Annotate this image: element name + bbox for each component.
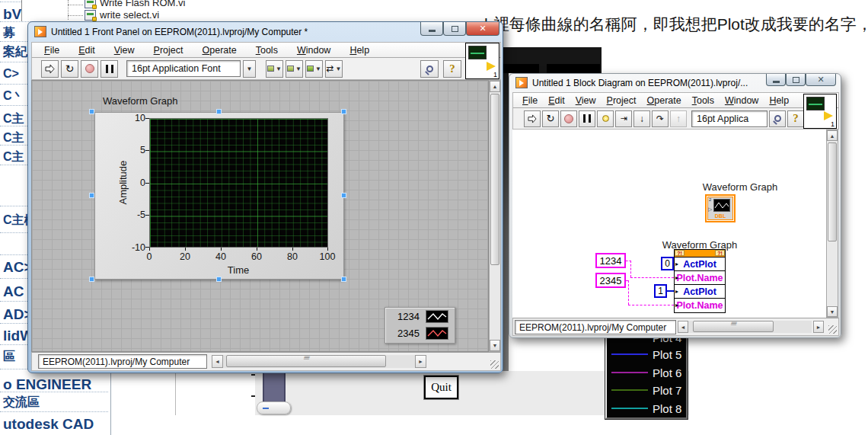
menu-edit[interactable]: Edit — [548, 95, 565, 106]
pause-button[interactable] — [101, 60, 118, 78]
horizontal-scrollbar-thumb[interactable]: 𝍢 — [226, 355, 386, 367]
horizontal-scrollbar-thumb[interactable]: 𝍢 — [693, 321, 774, 332]
property-node[interactable]: ?! ?! ▸ ActPlot ▸ Plot.Name ▸ ActPlot ▸ — [674, 249, 726, 313]
font-selector[interactable]: 16pt Applica — [691, 110, 767, 127]
font-selector[interactable]: 16pt Application Font — [126, 60, 241, 77]
plot-style-swatch[interactable] — [426, 327, 448, 340]
run-button[interactable] — [524, 110, 541, 127]
context-help-search-button[interactable] — [420, 60, 439, 78]
scroll-left-button[interactable]: ◄ — [212, 355, 223, 368]
scroll-down-button[interactable]: ▼ — [827, 306, 838, 317]
maximize-button[interactable] — [443, 22, 466, 36]
resize-grip[interactable] — [490, 360, 499, 369]
run-continuous-button[interactable]: ↻ — [61, 60, 78, 78]
close-button[interactable]: ✕ — [806, 74, 836, 86]
menu-help[interactable]: Help — [349, 45, 369, 56]
vertical-scrollbar[interactable]: ▲ ▼ — [489, 80, 501, 352]
block-diagram-canvas[interactable]: Waveform Graph 2 ▷ DBL Waveform Graph — [512, 130, 826, 318]
string-constant[interactable]: 1234 — [595, 253, 626, 268]
run-continuous-button[interactable]: ↻ — [542, 110, 559, 127]
scroll-up-button[interactable]: ▲ — [827, 130, 838, 141]
menu-file[interactable]: File — [522, 95, 538, 106]
resize-grip[interactable] — [828, 325, 837, 334]
menu-window[interactable]: Window — [725, 95, 758, 106]
context-help-search-button[interactable] — [769, 110, 786, 127]
selection-handle[interactable] — [89, 193, 94, 198]
numeric-constant[interactable]: 1 — [654, 284, 667, 298]
pause-button[interactable] — [579, 110, 595, 127]
sidebar-link[interactable]: C主 — [3, 130, 24, 146]
menu-project[interactable]: Project — [154, 45, 183, 56]
menu-tools[interactable]: Tools — [256, 45, 278, 56]
scroll-right-button[interactable]: ► — [415, 355, 426, 368]
selection-handle[interactable] — [89, 109, 94, 114]
block-diagram-titlebar[interactable]: Untitled 1 Block Diagram on EEPROM(2011)… — [515, 77, 748, 88]
plot-legend-row[interactable]: 1234 — [385, 308, 455, 325]
scroll-left-button[interactable]: ◄ — [678, 321, 688, 333]
selection-handle[interactable] — [216, 277, 222, 282]
selection-handle[interactable] — [341, 193, 346, 198]
context-help-button[interactable]: ? — [787, 110, 804, 127]
sidebar-link[interactable]: bV — [3, 6, 21, 23]
selection-handle[interactable] — [216, 109, 222, 114]
tree-item[interactable]: write select.vi — [85, 9, 159, 21]
reorder-button[interactable]: ⇄▼ — [325, 60, 343, 78]
tree-item[interactable]: Write Flash ROM.vi — [85, 0, 185, 8]
waveform-graph-control[interactable]: 10 5 0 -5 -10 0 20 — [94, 112, 344, 280]
abort-button[interactable] — [560, 110, 577, 127]
numeric-constant[interactable]: 0 — [661, 257, 674, 270]
menu-view[interactable]: View — [576, 95, 596, 106]
plot-style-swatch[interactable] — [426, 310, 448, 323]
menu-edit[interactable]: Edit — [78, 45, 95, 56]
sidebar-link[interactable]: C主 — [3, 149, 24, 165]
sidebar-link[interactable]: C> — [3, 67, 19, 81]
vi-icon-pane[interactable]: 1 — [803, 94, 837, 129]
selection-handle[interactable] — [89, 277, 94, 282]
menu-window[interactable]: Window — [297, 45, 330, 56]
minimize-button[interactable] — [766, 74, 786, 86]
step-out-button[interactable]: ↑ — [670, 110, 687, 127]
menu-view[interactable]: View — [114, 45, 135, 56]
sidebar-link[interactable]: o ENGINEER — [3, 376, 91, 393]
sidebar-link[interactable]: 交流區 — [3, 395, 40, 411]
close-button[interactable]: ✕ — [466, 22, 499, 36]
sidebar-link[interactable]: 案紀 — [3, 44, 27, 60]
property-row[interactable]: ▸ Plot.Name — [675, 271, 725, 285]
align-objects-button[interactable]: ▼ — [266, 60, 283, 78]
highlight-execution-button[interactable] — [597, 110, 614, 127]
selection-handle[interactable] — [341, 277, 346, 282]
plot-legend-control[interactable]: 1234 2345 — [385, 307, 455, 344]
menu-tools[interactable]: Tools — [692, 95, 714, 106]
sidebar-link[interactable]: 募 — [3, 25, 15, 41]
minimize-button[interactable] — [420, 22, 443, 36]
font-selector-dropdown[interactable]: ▼ — [243, 60, 256, 78]
resize-objects-button[interactable]: ▼ — [305, 60, 323, 78]
retain-wire-values-button[interactable]: ⇥ — [615, 110, 632, 127]
front-panel-titlebar[interactable]: Untitled 1 Front Panel on EEPROM(2011).l… — [34, 26, 308, 37]
menu-operate[interactable]: Operate — [203, 45, 237, 56]
sidebar-link[interactable]: utodesk CAD — [3, 416, 94, 433]
sidebar-link[interactable]: AC — [3, 283, 24, 300]
scroll-up-button[interactable]: ▲ — [490, 81, 500, 92]
abort-button[interactable] — [81, 60, 98, 78]
menu-project[interactable]: Project — [607, 95, 637, 106]
distribute-objects-button[interactable]: ▼ — [286, 60, 303, 78]
menu-help[interactable]: Help — [769, 95, 789, 106]
graph-plot-area[interactable] — [149, 118, 328, 248]
run-button[interactable] — [41, 60, 59, 78]
waveform-graph-terminal[interactable]: 2 ▷ DBL — [705, 194, 736, 222]
front-panel-canvas[interactable]: Waveform Graph 10 5 0 -5 -10 — [31, 80, 489, 352]
property-row[interactable]: ▸ Plot.Name — [675, 299, 725, 312]
vertical-scrollbar-thumb[interactable] — [490, 94, 499, 265]
selection-handle[interactable] — [341, 109, 346, 114]
scroll-down-button[interactable]: ▼ — [490, 340, 500, 351]
plot-legend-row[interactable]: 2345 — [385, 325, 455, 341]
step-into-button[interactable]: ↓ — [633, 110, 650, 127]
menu-file[interactable]: File — [44, 45, 59, 56]
context-help-button[interactable]: ? — [443, 60, 461, 78]
scroll-right-button[interactable]: ► — [813, 321, 824, 333]
string-constant[interactable]: 2345 — [595, 273, 626, 288]
sidebar-link[interactable]: C丶 — [3, 88, 24, 104]
sidebar-link[interactable]: C主 — [3, 111, 24, 127]
sidebar-link[interactable]: 區 — [3, 349, 15, 365]
